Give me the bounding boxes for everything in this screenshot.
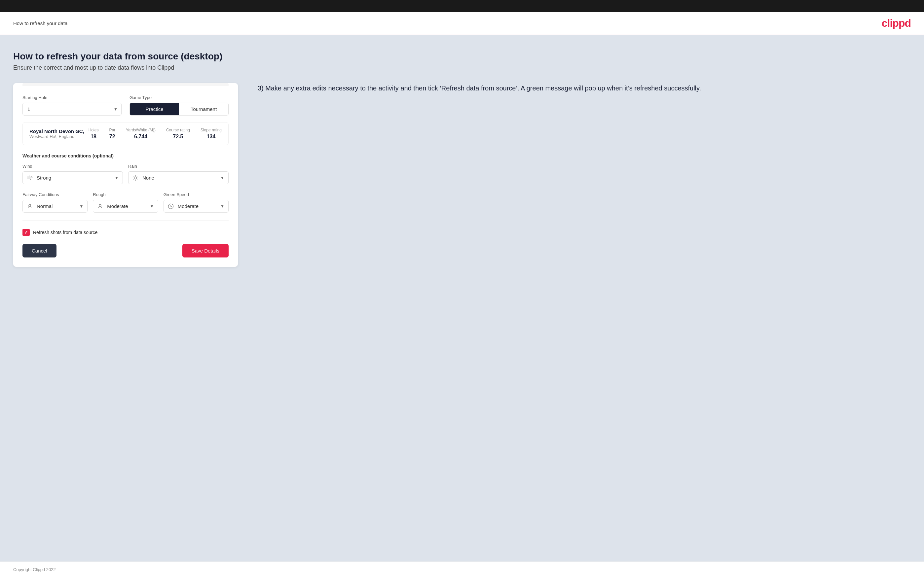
wind-rain-row: Wind Strong None Light [23, 164, 229, 184]
starting-hole-label: Starting Hole [23, 95, 121, 100]
svg-point-9 [29, 204, 31, 206]
side-note: 3) Make any extra edits necessary to the… [258, 83, 911, 93]
step-description: 3) Make any extra edits necessary to the… [258, 83, 911, 93]
holes-value: 18 [90, 134, 97, 140]
game-type-label: Game Type [129, 95, 229, 100]
main-content: How to refresh your data from source (de… [0, 35, 924, 561]
wind-group: Wind Strong None Light [23, 164, 123, 184]
par-value: 72 [109, 134, 115, 140]
svg-line-4 [137, 179, 137, 180]
rough-label: Rough [93, 192, 158, 197]
fairway-select-wrapper[interactable]: Normal Soft Hard ▼ [23, 200, 87, 213]
svg-point-10 [99, 204, 101, 206]
yards-value: 6,744 [134, 134, 147, 140]
rain-label: Rain [128, 164, 229, 169]
tournament-button[interactable]: Tournament [179, 103, 228, 115]
slope-rating-stat: Slope rating 134 [200, 128, 222, 140]
course-rating-value: 72.5 [173, 134, 183, 140]
green-speed-select[interactable]: Moderate Slow Fast [176, 200, 228, 212]
refresh-checkbox[interactable]: ✓ [23, 229, 30, 236]
wind-select[interactable]: Strong None Light Moderate [36, 172, 123, 184]
game-type-toggle: Practice Tournament [129, 103, 229, 116]
fairway-select[interactable]: Normal Soft Hard [36, 200, 87, 212]
weather-section-title: Weather and course conditions (optional) [23, 153, 229, 158]
course-rating-stat: Course rating 72.5 [166, 128, 190, 140]
header-title: How to refresh your data [13, 21, 68, 26]
holes-stat: Holes 18 [89, 128, 99, 140]
cancel-button[interactable]: Cancel [23, 244, 57, 258]
rough-select[interactable]: Moderate Light Heavy [106, 200, 158, 212]
wind-icon [23, 175, 36, 181]
wind-select-wrapper[interactable]: Strong None Light Moderate ▼ [23, 171, 123, 184]
par-label: Par [109, 128, 115, 132]
slope-rating-value: 134 [207, 134, 216, 140]
footer-copyright: Copyright Clippd 2022 [13, 567, 56, 572]
course-name-block: Royal North Devon GC, Westward Ho!, Engl… [29, 128, 84, 139]
card-stub [23, 83, 229, 86]
fairway-icon [23, 203, 36, 209]
yards-stat: Yards/White (M)) 6,744 [126, 128, 156, 140]
svg-line-8 [137, 176, 137, 176]
course-name: Royal North Devon GC, [29, 128, 84, 134]
course-location: Westward Ho!, England [29, 134, 84, 139]
rough-group: Rough Moderate Light Heavy [93, 192, 158, 213]
refresh-checkbox-label: Refresh shots from data source [33, 230, 97, 235]
holes-label: Holes [89, 128, 99, 132]
wind-label: Wind [23, 164, 123, 169]
logo: clippd [882, 17, 911, 29]
green-speed-label: Green Speed [163, 192, 229, 197]
course-info-card: Royal North Devon GC, Westward Ho!, Engl… [23, 122, 229, 145]
content-area: Starting Hole 1 10 ▼ Game Type Pract [13, 83, 911, 267]
page-title: How to refresh your data from source (de… [13, 51, 911, 62]
fairway-label: Fairway Conditions [23, 192, 87, 197]
slope-rating-label: Slope rating [200, 128, 222, 132]
footer: Copyright Clippd 2022 [0, 561, 924, 577]
starting-hole-group: Starting Hole 1 10 ▼ [23, 95, 121, 116]
green-speed-group: Green Speed Moderate Slow [163, 192, 229, 213]
form-card: Starting Hole 1 10 ▼ Game Type Pract [13, 83, 238, 267]
top-bar [0, 0, 924, 12]
rain-select-wrapper[interactable]: None Light Heavy ▼ [128, 171, 229, 184]
header: How to refresh your data clippd [0, 12, 924, 35]
course-stats: Holes 18 Par 72 Yards/White (M)) 6,744 [89, 128, 222, 140]
button-row: Cancel Save Details [23, 244, 229, 258]
starting-hole-wrapper[interactable]: 1 10 ▼ [23, 103, 121, 116]
practice-button[interactable]: Practice [130, 103, 179, 115]
rough-select-wrapper[interactable]: Moderate Light Heavy ▼ [93, 200, 158, 213]
conditions-row: Fairway Conditions Normal Soft Hard [23, 192, 229, 213]
par-stat: Par 72 [109, 128, 115, 140]
rain-group: Rain None Light Heavy [128, 164, 229, 184]
green-speed-icon [164, 203, 176, 209]
green-speed-select-wrapper[interactable]: Moderate Slow Fast ▼ [163, 200, 229, 213]
yards-label: Yards/White (M)) [126, 128, 156, 132]
svg-point-0 [134, 177, 137, 179]
checkmark-icon: ✓ [24, 230, 28, 235]
course-rating-label: Course rating [166, 128, 190, 132]
rough-icon [93, 203, 106, 209]
refresh-checkbox-row: ✓ Refresh shots from data source [23, 229, 229, 236]
page-subtitle: Ensure the correct and most up to date d… [13, 64, 911, 71]
starting-hole-select[interactable]: 1 10 [23, 103, 121, 116]
rain-select[interactable]: None Light Heavy [141, 172, 228, 184]
save-button[interactable]: Save Details [183, 244, 229, 258]
game-type-group: Game Type Practice Tournament [129, 95, 229, 116]
fairway-group: Fairway Conditions Normal Soft Hard [23, 192, 87, 213]
form-divider [23, 221, 229, 221]
rain-icon [129, 175, 141, 181]
